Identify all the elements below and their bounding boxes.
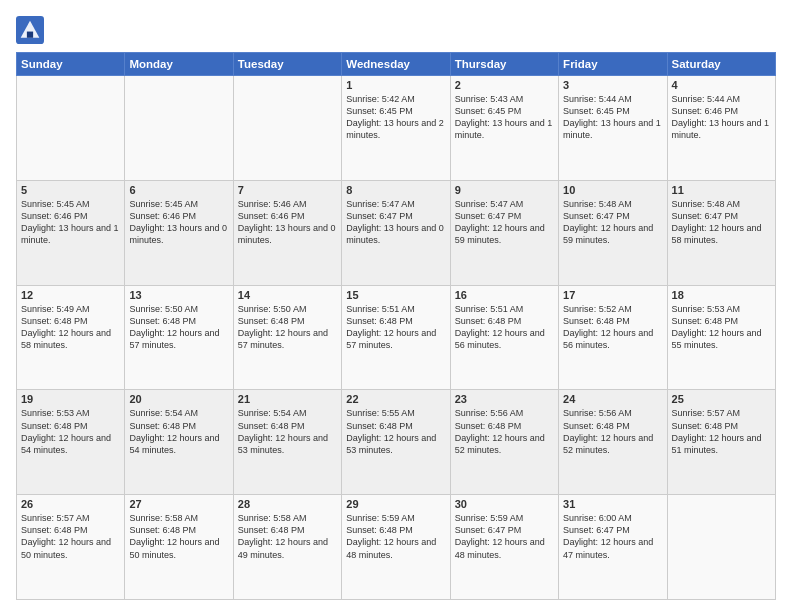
calendar-week-row: 26Sunrise: 5:57 AM Sunset: 6:48 PM Dayli… bbox=[17, 495, 776, 600]
calendar-cell: 2Sunrise: 5:43 AM Sunset: 6:45 PM Daylig… bbox=[450, 76, 558, 181]
cell-info: Sunrise: 5:48 AM Sunset: 6:47 PM Dayligh… bbox=[563, 198, 662, 247]
cell-info: Sunrise: 5:57 AM Sunset: 6:48 PM Dayligh… bbox=[21, 512, 120, 561]
cell-info: Sunrise: 5:51 AM Sunset: 6:48 PM Dayligh… bbox=[455, 303, 554, 352]
day-number: 1 bbox=[346, 79, 445, 91]
day-number: 8 bbox=[346, 184, 445, 196]
weekday-header: Monday bbox=[125, 53, 233, 76]
day-number: 17 bbox=[563, 289, 662, 301]
day-number: 31 bbox=[563, 498, 662, 510]
cell-info: Sunrise: 5:48 AM Sunset: 6:47 PM Dayligh… bbox=[672, 198, 771, 247]
calendar-cell: 19Sunrise: 5:53 AM Sunset: 6:48 PM Dayli… bbox=[17, 390, 125, 495]
cell-info: Sunrise: 5:44 AM Sunset: 6:46 PM Dayligh… bbox=[672, 93, 771, 142]
day-number: 4 bbox=[672, 79, 771, 91]
day-number: 12 bbox=[21, 289, 120, 301]
header bbox=[16, 12, 776, 44]
cell-info: Sunrise: 5:55 AM Sunset: 6:48 PM Dayligh… bbox=[346, 407, 445, 456]
calendar-cell: 25Sunrise: 5:57 AM Sunset: 6:48 PM Dayli… bbox=[667, 390, 775, 495]
calendar-cell: 31Sunrise: 6:00 AM Sunset: 6:47 PM Dayli… bbox=[559, 495, 667, 600]
day-number: 13 bbox=[129, 289, 228, 301]
cell-info: Sunrise: 5:59 AM Sunset: 6:47 PM Dayligh… bbox=[455, 512, 554, 561]
cell-info: Sunrise: 5:49 AM Sunset: 6:48 PM Dayligh… bbox=[21, 303, 120, 352]
calendar-cell: 29Sunrise: 5:59 AM Sunset: 6:48 PM Dayli… bbox=[342, 495, 450, 600]
cell-info: Sunrise: 5:56 AM Sunset: 6:48 PM Dayligh… bbox=[455, 407, 554, 456]
calendar-cell: 26Sunrise: 5:57 AM Sunset: 6:48 PM Dayli… bbox=[17, 495, 125, 600]
calendar-cell bbox=[667, 495, 775, 600]
weekday-header: Tuesday bbox=[233, 53, 341, 76]
cell-info: Sunrise: 5:54 AM Sunset: 6:48 PM Dayligh… bbox=[238, 407, 337, 456]
logo-icon bbox=[16, 16, 44, 44]
calendar-cell: 30Sunrise: 5:59 AM Sunset: 6:47 PM Dayli… bbox=[450, 495, 558, 600]
cell-info: Sunrise: 5:44 AM Sunset: 6:45 PM Dayligh… bbox=[563, 93, 662, 142]
calendar-cell: 9Sunrise: 5:47 AM Sunset: 6:47 PM Daylig… bbox=[450, 180, 558, 285]
day-number: 28 bbox=[238, 498, 337, 510]
calendar-cell: 11Sunrise: 5:48 AM Sunset: 6:47 PM Dayli… bbox=[667, 180, 775, 285]
calendar-cell bbox=[17, 76, 125, 181]
day-number: 25 bbox=[672, 393, 771, 405]
cell-info: Sunrise: 5:42 AM Sunset: 6:45 PM Dayligh… bbox=[346, 93, 445, 142]
cell-info: Sunrise: 5:47 AM Sunset: 6:47 PM Dayligh… bbox=[346, 198, 445, 247]
cell-info: Sunrise: 5:58 AM Sunset: 6:48 PM Dayligh… bbox=[238, 512, 337, 561]
day-number: 22 bbox=[346, 393, 445, 405]
calendar-table: SundayMondayTuesdayWednesdayThursdayFrid… bbox=[16, 52, 776, 600]
cell-info: Sunrise: 5:54 AM Sunset: 6:48 PM Dayligh… bbox=[129, 407, 228, 456]
day-number: 6 bbox=[129, 184, 228, 196]
cell-info: Sunrise: 5:50 AM Sunset: 6:48 PM Dayligh… bbox=[129, 303, 228, 352]
calendar-cell: 4Sunrise: 5:44 AM Sunset: 6:46 PM Daylig… bbox=[667, 76, 775, 181]
page: SundayMondayTuesdayWednesdayThursdayFrid… bbox=[0, 0, 792, 612]
cell-info: Sunrise: 5:50 AM Sunset: 6:48 PM Dayligh… bbox=[238, 303, 337, 352]
cell-info: Sunrise: 5:45 AM Sunset: 6:46 PM Dayligh… bbox=[129, 198, 228, 247]
calendar-week-row: 5Sunrise: 5:45 AM Sunset: 6:46 PM Daylig… bbox=[17, 180, 776, 285]
day-number: 26 bbox=[21, 498, 120, 510]
day-number: 29 bbox=[346, 498, 445, 510]
calendar-cell: 17Sunrise: 5:52 AM Sunset: 6:48 PM Dayli… bbox=[559, 285, 667, 390]
calendar-cell: 8Sunrise: 5:47 AM Sunset: 6:47 PM Daylig… bbox=[342, 180, 450, 285]
calendar-header-row: SundayMondayTuesdayWednesdayThursdayFrid… bbox=[17, 53, 776, 76]
calendar-week-row: 12Sunrise: 5:49 AM Sunset: 6:48 PM Dayli… bbox=[17, 285, 776, 390]
day-number: 7 bbox=[238, 184, 337, 196]
calendar-cell: 14Sunrise: 5:50 AM Sunset: 6:48 PM Dayli… bbox=[233, 285, 341, 390]
calendar-cell: 27Sunrise: 5:58 AM Sunset: 6:48 PM Dayli… bbox=[125, 495, 233, 600]
weekday-header: Thursday bbox=[450, 53, 558, 76]
day-number: 2 bbox=[455, 79, 554, 91]
day-number: 5 bbox=[21, 184, 120, 196]
day-number: 16 bbox=[455, 289, 554, 301]
cell-info: Sunrise: 5:51 AM Sunset: 6:48 PM Dayligh… bbox=[346, 303, 445, 352]
calendar-cell: 21Sunrise: 5:54 AM Sunset: 6:48 PM Dayli… bbox=[233, 390, 341, 495]
calendar-cell: 5Sunrise: 5:45 AM Sunset: 6:46 PM Daylig… bbox=[17, 180, 125, 285]
calendar-week-row: 1Sunrise: 5:42 AM Sunset: 6:45 PM Daylig… bbox=[17, 76, 776, 181]
day-number: 3 bbox=[563, 79, 662, 91]
calendar-cell bbox=[125, 76, 233, 181]
calendar-cell: 15Sunrise: 5:51 AM Sunset: 6:48 PM Dayli… bbox=[342, 285, 450, 390]
svg-rect-2 bbox=[27, 32, 33, 38]
cell-info: Sunrise: 5:57 AM Sunset: 6:48 PM Dayligh… bbox=[672, 407, 771, 456]
calendar-cell: 18Sunrise: 5:53 AM Sunset: 6:48 PM Dayli… bbox=[667, 285, 775, 390]
calendar-cell: 13Sunrise: 5:50 AM Sunset: 6:48 PM Dayli… bbox=[125, 285, 233, 390]
calendar-cell: 1Sunrise: 5:42 AM Sunset: 6:45 PM Daylig… bbox=[342, 76, 450, 181]
calendar-cell: 23Sunrise: 5:56 AM Sunset: 6:48 PM Dayli… bbox=[450, 390, 558, 495]
calendar-cell: 6Sunrise: 5:45 AM Sunset: 6:46 PM Daylig… bbox=[125, 180, 233, 285]
cell-info: Sunrise: 5:53 AM Sunset: 6:48 PM Dayligh… bbox=[672, 303, 771, 352]
calendar-cell: 16Sunrise: 5:51 AM Sunset: 6:48 PM Dayli… bbox=[450, 285, 558, 390]
weekday-header: Wednesday bbox=[342, 53, 450, 76]
cell-info: Sunrise: 5:45 AM Sunset: 6:46 PM Dayligh… bbox=[21, 198, 120, 247]
calendar-cell: 22Sunrise: 5:55 AM Sunset: 6:48 PM Dayli… bbox=[342, 390, 450, 495]
cell-info: Sunrise: 5:47 AM Sunset: 6:47 PM Dayligh… bbox=[455, 198, 554, 247]
day-number: 30 bbox=[455, 498, 554, 510]
day-number: 19 bbox=[21, 393, 120, 405]
day-number: 27 bbox=[129, 498, 228, 510]
day-number: 14 bbox=[238, 289, 337, 301]
calendar-cell: 10Sunrise: 5:48 AM Sunset: 6:47 PM Dayli… bbox=[559, 180, 667, 285]
cell-info: Sunrise: 6:00 AM Sunset: 6:47 PM Dayligh… bbox=[563, 512, 662, 561]
weekday-header: Saturday bbox=[667, 53, 775, 76]
day-number: 10 bbox=[563, 184, 662, 196]
calendar-cell: 28Sunrise: 5:58 AM Sunset: 6:48 PM Dayli… bbox=[233, 495, 341, 600]
calendar-cell: 7Sunrise: 5:46 AM Sunset: 6:46 PM Daylig… bbox=[233, 180, 341, 285]
logo bbox=[16, 16, 49, 44]
day-number: 21 bbox=[238, 393, 337, 405]
day-number: 24 bbox=[563, 393, 662, 405]
calendar-cell: 20Sunrise: 5:54 AM Sunset: 6:48 PM Dayli… bbox=[125, 390, 233, 495]
calendar-cell: 24Sunrise: 5:56 AM Sunset: 6:48 PM Dayli… bbox=[559, 390, 667, 495]
cell-info: Sunrise: 5:56 AM Sunset: 6:48 PM Dayligh… bbox=[563, 407, 662, 456]
cell-info: Sunrise: 5:53 AM Sunset: 6:48 PM Dayligh… bbox=[21, 407, 120, 456]
day-number: 9 bbox=[455, 184, 554, 196]
